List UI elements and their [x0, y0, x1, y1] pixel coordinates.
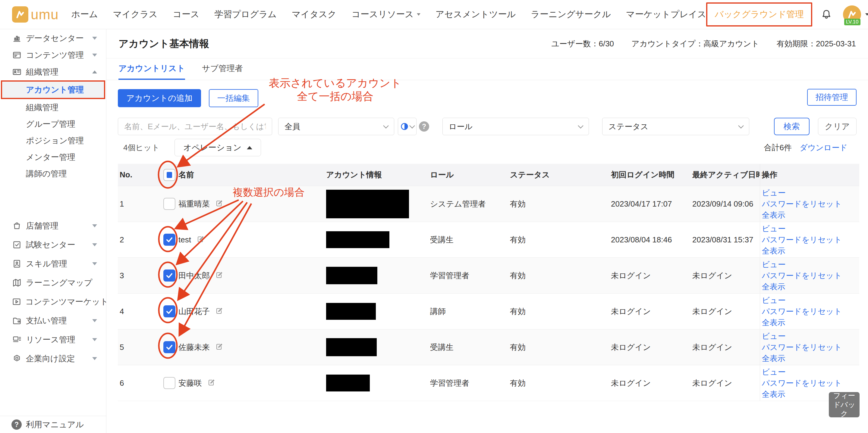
invite-management-button[interactable]: 招待管理 — [807, 89, 857, 106]
notification-bell-icon[interactable] — [820, 8, 833, 21]
actions-cell: ビューパスワードをリセット全表示 — [760, 329, 859, 365]
show-all-link[interactable]: 全表示 — [762, 281, 860, 292]
status-select[interactable]: ステータス — [602, 118, 749, 135]
sidebar-group-market[interactable]: コンテンツマーケット — [0, 292, 106, 311]
sidebar-item-account-management[interactable]: アカウント管理 — [1, 80, 105, 99]
sidebar-group-skill[interactable]: スキル管理 — [0, 254, 106, 273]
add-account-button[interactable]: アカウントの追加 — [118, 89, 201, 107]
account-name: 山田花子 — [179, 306, 210, 317]
sidebar-group-payment[interactable]: 支払い管理 — [0, 311, 106, 330]
show-all-link[interactable]: 全表示 — [762, 209, 860, 221]
sidebar-group-store[interactable]: 店舗管理 — [0, 216, 106, 235]
operation-button[interactable]: オペレーション — [175, 139, 261, 156]
nav-item[interactable]: コースリソース — [351, 8, 420, 21]
name-cell: 佐藤未来 — [177, 329, 324, 365]
edit-name-icon[interactable] — [215, 307, 224, 316]
settings-icon — [11, 353, 22, 364]
sidebar-sub-item[interactable]: メンター管理 — [0, 149, 106, 165]
show-all-link[interactable]: 全表示 — [762, 353, 860, 364]
sidebar-group-bar-chart[interactable]: データセンター — [0, 30, 106, 47]
nav-item[interactable]: マイタスク — [292, 8, 336, 21]
sidebar-group-exam[interactable]: 試験センター — [0, 235, 106, 254]
row-checkbox[interactable] — [163, 234, 176, 246]
nav-item[interactable]: アセスメントツール — [435, 8, 516, 21]
table-row: 3田中太郎学習管理者有効未ログイン未ログインビューパスワードをリセット全表示 — [118, 258, 859, 294]
column-header: 最終アクティブ日時 — [690, 164, 760, 186]
account-type: アカウントタイプ：高級アカウント — [631, 38, 759, 49]
row-number-cell: 6 — [118, 365, 160, 401]
edit-name-icon[interactable] — [207, 378, 216, 388]
redacted-account-info — [326, 338, 377, 356]
background-admin-link[interactable]: バックグラウンド管理 — [706, 2, 812, 27]
show-all-link[interactable]: 全表示 — [762, 317, 860, 328]
triangle-up-icon — [247, 146, 252, 149]
reset-password-link[interactable]: パスワードをリセット — [762, 306, 860, 317]
view-link[interactable]: ビュー — [762, 295, 860, 306]
edit-name-icon[interactable] — [196, 235, 205, 244]
view-link[interactable]: ビュー — [762, 366, 860, 377]
view-link[interactable]: ビュー — [762, 187, 860, 198]
row-checkbox[interactable] — [163, 198, 176, 210]
column-header: ステータス — [508, 164, 609, 186]
edit-name-icon[interactable] — [215, 271, 224, 280]
reset-password-link[interactable]: パスワードをリセット — [762, 377, 860, 389]
row-checkbox[interactable] — [163, 341, 176, 353]
sidebar-sub-item[interactable]: グループ管理 — [0, 115, 106, 132]
view-link[interactable]: ビュー — [762, 331, 860, 342]
scope-select-value: 全員 — [284, 121, 300, 132]
download-link[interactable]: ダウンロード — [800, 142, 847, 153]
nav-item-label: マーケットプレイス — [626, 8, 706, 21]
umu-logo[interactable]: umu — [12, 6, 59, 23]
last-active-cell: 2023/08/31 15:37 — [690, 222, 760, 258]
search-button[interactable]: 検索 — [774, 118, 809, 135]
row-checkbox[interactable] — [163, 377, 176, 389]
view-link[interactable]: ビュー — [762, 259, 860, 270]
manual-link[interactable]: 利用マニュアル — [26, 419, 84, 430]
sidebar-group-content[interactable]: コンテンツ管理 — [0, 47, 106, 64]
clear-button[interactable]: クリア — [818, 118, 857, 135]
chevron-down-icon — [92, 243, 97, 246]
nav-item[interactable]: 学習プログラム — [215, 8, 277, 21]
row-checkbox[interactable] — [163, 269, 176, 281]
sidebar-group-resource[interactable]: リソース管理 — [0, 330, 106, 349]
nav-item[interactable]: コース — [173, 8, 199, 21]
nav-item[interactable]: ホーム — [71, 8, 98, 21]
reset-password-link[interactable]: パスワードをリセット — [762, 198, 860, 209]
edit-name-icon[interactable] — [215, 199, 224, 208]
expiry-date: 有効期限：2025-03-31 — [777, 38, 856, 49]
reset-password-link[interactable]: パスワードをリセット — [762, 234, 860, 245]
role-select[interactable]: ロール — [442, 118, 589, 135]
nav-item[interactable]: マイクラス — [113, 8, 158, 21]
reset-password-link[interactable]: パスワードをリセット — [762, 342, 860, 353]
nav-item[interactable]: マーケットプレイス — [626, 8, 706, 21]
redacted-account-info — [326, 303, 376, 320]
reset-password-link[interactable]: パスワードをリセット — [762, 270, 860, 281]
bulk-edit-button[interactable]: 一括編集 — [209, 89, 258, 107]
user-avatar[interactable]: LV.10 — [843, 5, 861, 24]
search-input[interactable] — [118, 118, 272, 135]
tab-sub-admin[interactable]: サブ管理者 — [202, 58, 243, 80]
show-all-link[interactable]: 全表示 — [762, 245, 860, 257]
sidebar-sub-item[interactable]: 講師の管理 — [0, 165, 106, 182]
select-all-checkbox[interactable] — [163, 169, 176, 181]
row-checkbox[interactable] — [163, 305, 176, 318]
edit-name-icon[interactable] — [215, 343, 224, 352]
sidebar-group-settings[interactable]: 企業向け設定 — [0, 349, 106, 368]
nav-item[interactable]: ラーニングサークル — [531, 8, 611, 21]
feedback-button[interactable]: フィードバック — [829, 392, 860, 417]
redacted-account-info — [326, 231, 390, 248]
sidebar-group-org[interactable]: 組織管理 — [0, 64, 106, 80]
profile-caret-icon[interactable] — [865, 13, 868, 16]
status-cell: 有効 — [508, 186, 609, 222]
view-link[interactable]: ビュー — [762, 223, 860, 234]
account-name: test — [179, 235, 191, 244]
filter-help-icon[interactable]: ? — [419, 121, 429, 132]
scope-select[interactable]: 全員 — [278, 118, 394, 135]
column-header: No. — [118, 164, 160, 186]
status-cell: 有効 — [508, 222, 609, 258]
sidebar-sub-item[interactable]: 組織管理 — [0, 99, 106, 115]
sidebar-group-map[interactable]: ラーニングマップ — [0, 273, 106, 292]
tab-account-list[interactable]: アカウントリスト — [119, 58, 185, 80]
sidebar-sub-item[interactable]: ポジション管理 — [0, 132, 106, 149]
org-filter-button[interactable] — [398, 118, 416, 135]
